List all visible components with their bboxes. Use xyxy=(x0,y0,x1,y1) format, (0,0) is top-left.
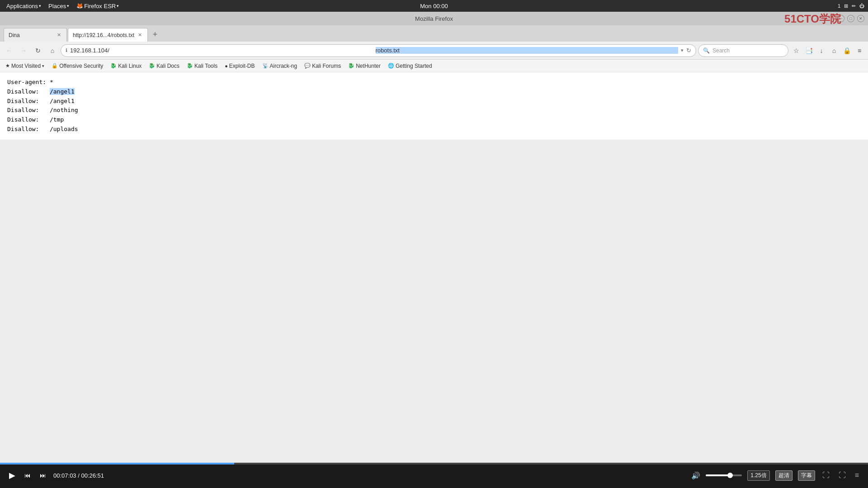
speed-badge[interactable]: 1.25倍 xyxy=(747,470,769,481)
play-button[interactable]: ▶ xyxy=(7,469,17,482)
hd-badge[interactable]: 超清 xyxy=(775,470,793,481)
bookmark-kali-forums[interactable]: 💬 Kali Forums xyxy=(302,62,344,70)
time-current: 00:07:03 xyxy=(53,472,76,479)
exploit-db-icon: ● xyxy=(225,63,228,69)
titlebar-controls: ─ □ ✕ xyxy=(837,15,864,22)
bookmark-offensive-security[interactable]: 🔒 Offensive Security xyxy=(49,62,106,70)
places-arrow: ▾ xyxy=(67,4,69,8)
tab-robots-close[interactable]: ✕ xyxy=(137,31,143,39)
applications-menu[interactable]: Applications ▾ xyxy=(4,2,44,10)
bookmark-kali-docs[interactable]: 🐉 Kali Docs xyxy=(146,62,182,70)
content-val-0: * xyxy=(50,79,53,85)
home-button[interactable]: ⌂ xyxy=(46,44,59,57)
places-label: Places xyxy=(48,3,66,9)
browser-label: Firefox ESR xyxy=(84,3,116,9)
system-bar-right: 1 ⊞ ✏ ⏻ xyxy=(838,3,864,9)
download-button[interactable]: ↓ xyxy=(816,45,827,56)
system-time: Mon 00:00 xyxy=(420,3,448,9)
applications-label: Applications xyxy=(6,3,38,9)
video-player-bar: ▶ ⏮ ⏭ 00:07:03 / 00:26:51 🔊 1.25倍 超清 字幕 … xyxy=(0,463,868,488)
bookmark-most-visited[interactable]: ★ Most Visited ▾ xyxy=(3,62,47,70)
content-key-1: Disallow: xyxy=(7,88,46,95)
page-content: User-agent: * Disallow: /angel1 Disallow… xyxy=(0,72,868,140)
fullscreen-icon[interactable]: ⛶ xyxy=(837,469,848,481)
time-total: 00:26:51 xyxy=(81,472,104,479)
bookmark-nethunter[interactable]: 🐉 NetHunter xyxy=(345,62,383,70)
url-base: 192.168.1.104/ xyxy=(70,47,373,54)
firefox-title: Mozilla Firefox xyxy=(415,15,453,22)
kali-forums-icon: 💬 xyxy=(304,63,311,69)
sys-indicator: 1 xyxy=(838,3,840,9)
url-reload[interactable]: ↻ xyxy=(686,47,691,54)
content-line-3: Disallow: /nothing xyxy=(7,106,861,115)
video-time: 00:07:03 / 00:26:51 xyxy=(53,472,104,479)
content-key-4: Disallow: xyxy=(7,116,46,123)
getting-started-icon: 🌐 xyxy=(388,63,394,69)
search-icon: 🔍 xyxy=(703,47,710,54)
content-val-4: /tmp xyxy=(50,116,64,123)
tab-bar: Dina ✕ http://192.16...4/robots.txt ✕ + xyxy=(0,25,868,42)
firefox-titlebar: Mozilla Firefox ─ □ ✕ 51CTO学院 xyxy=(0,12,868,25)
system-bar: Applications ▾ Places ▾ 🦊 Firefox ESR ▾ … xyxy=(0,0,868,12)
browser-menu[interactable]: 🦊 Firefox ESR ▾ xyxy=(74,2,122,10)
bookmark-aircrack[interactable]: 📡 Aircrack-ng xyxy=(259,62,300,70)
next-button[interactable]: ⏭ xyxy=(38,470,48,481)
playlist-icon[interactable]: ≡ xyxy=(853,469,861,481)
bookmark-getting-started[interactable]: 🌐 Getting Started xyxy=(385,62,435,70)
url-path: robots.txt xyxy=(376,47,679,54)
tab-robots[interactable]: http://192.16...4/robots.txt ✕ xyxy=(68,28,148,42)
content-val-1: /angel1 xyxy=(50,88,75,95)
reload-button[interactable]: ↻ xyxy=(32,44,44,57)
content-line-1: Disallow: /angel1 xyxy=(7,87,861,97)
content-line-0: User-agent: * xyxy=(7,78,861,87)
nav-bar: ← → ↻ ⌂ ℹ 192.168.1.104/robots.txt ▾ ↻ 🔍… xyxy=(0,42,868,60)
security-icon: ℹ xyxy=(66,47,67,53)
places-menu[interactable]: Places ▾ xyxy=(46,2,72,10)
content-line-5: Disallow: /uploads xyxy=(7,125,861,134)
subtitle-badge[interactable]: 字幕 xyxy=(798,470,815,481)
sync-button[interactable]: 🔒 xyxy=(841,45,853,56)
nav-icons: ☆ 📑 ↓ ⌂ 🔒 ≡ xyxy=(790,45,865,56)
star-button[interactable]: ☆ xyxy=(790,45,802,56)
kali-tools-icon: 🐉 xyxy=(187,63,193,69)
settings-icon[interactable]: ⛶ xyxy=(821,469,831,481)
content-key-3: Disallow: xyxy=(7,107,46,113)
bookmark-kali-tools[interactable]: 🐉 Kali Tools xyxy=(184,62,220,70)
menu-button[interactable]: ≡ xyxy=(854,45,865,56)
forward-button[interactable]: → xyxy=(17,44,30,57)
video-progress-bar[interactable] xyxy=(0,463,868,465)
sys-icon-3: ⏻ xyxy=(859,3,864,9)
bookmark-kali-linux[interactable]: 🐉 Kali Linux xyxy=(108,62,144,70)
search-bar[interactable]: 🔍 Search xyxy=(698,44,788,57)
tab-dina[interactable]: Dina ✕ xyxy=(4,28,67,42)
video-progress-fill xyxy=(0,463,234,465)
bookmark-exploit-db[interactable]: ● Exploit-DB xyxy=(222,62,257,70)
kali-linux-icon: 🐉 xyxy=(110,63,117,69)
bookmarks-bar: ★ Most Visited ▾ 🔒 Offensive Security 🐉 … xyxy=(0,60,868,72)
content-key-5: Disallow: xyxy=(7,126,46,132)
tab-dina-label: Dina xyxy=(9,32,20,38)
address-bar[interactable]: ℹ 192.168.1.104/robots.txt ▾ ↻ xyxy=(61,44,696,57)
content-key-0: User-agent: xyxy=(7,79,50,85)
search-placeholder: Search xyxy=(712,47,730,54)
content-val-2: /angel1 xyxy=(50,98,75,104)
kali-docs-icon: 🐉 xyxy=(149,63,155,69)
content-line-4: Disallow: /tmp xyxy=(7,115,861,125)
back-button[interactable]: ← xyxy=(3,44,15,57)
browser-arrow: ▾ xyxy=(117,4,119,8)
tab-dina-close[interactable]: ✕ xyxy=(56,31,62,39)
new-tab-button[interactable]: + xyxy=(149,28,161,41)
sys-icon-2: ✏ xyxy=(852,3,856,9)
prev-button[interactable]: ⏮ xyxy=(23,470,33,481)
volume-slider[interactable] xyxy=(706,474,742,476)
close-button[interactable]: ✕ xyxy=(857,15,864,22)
nethunter-icon: 🐉 xyxy=(348,63,354,69)
bookmark-button[interactable]: 📑 xyxy=(803,45,815,56)
most-visited-icon: ★ xyxy=(5,63,10,69)
home-nav-button[interactable]: ⌂ xyxy=(828,45,840,56)
maximize-button[interactable]: □ xyxy=(847,15,854,22)
volume-icon: 🔊 xyxy=(691,471,700,480)
url-dropdown[interactable]: ▾ xyxy=(681,47,684,53)
aircrack-icon: 📡 xyxy=(262,63,269,69)
content-val-3: /nothing xyxy=(50,107,78,113)
